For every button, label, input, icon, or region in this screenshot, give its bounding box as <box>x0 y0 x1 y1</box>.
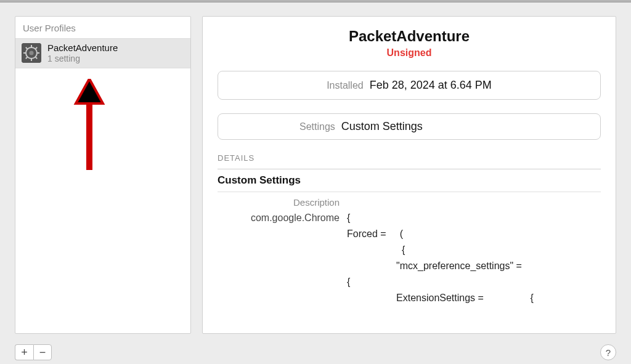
add-remove-buttons: + − <box>15 344 52 360</box>
profile-signed-status: Unsigned <box>218 47 601 59</box>
code-line-2: Forced = ( <box>347 229 601 240</box>
svg-point-2 <box>30 51 34 55</box>
details-header: DETAILS <box>218 153 601 163</box>
installed-info-box: Installed Feb 28, 2024 at 6.64 PM <box>218 71 601 100</box>
help-button[interactable]: ? <box>600 344 616 360</box>
settings-info-box: Settings Custom Settings <box>218 113 601 140</box>
installed-label: Installed <box>327 80 364 91</box>
remove-button[interactable]: − <box>33 344 52 360</box>
profile-list-item[interactable]: PacketAdventure 1 setting <box>15 38 190 68</box>
code-line-5: { <box>347 277 601 288</box>
code-line-6: ExtensionSettings = { <box>347 293 601 304</box>
domain-key: com.google.Chrome <box>218 212 347 224</box>
code-line-3: { <box>347 245 601 256</box>
profile-text: PacketAdventure 1 setting <box>47 42 118 64</box>
footer-bar: + − ? <box>15 344 616 360</box>
content-container: User Profiles <box>0 2 631 339</box>
description-label: Description <box>218 197 347 208</box>
profile-detail-panel: PacketAdventure Unsigned Installed Feb 2… <box>202 16 616 334</box>
code-line-4: "mcx_preference_settings" = <box>347 261 601 272</box>
add-button[interactable]: + <box>15 344 33 360</box>
sidebar-header: User Profiles <box>15 17 190 38</box>
profile-name: PacketAdventure <box>47 42 118 54</box>
settings-value: Custom Settings <box>341 120 423 133</box>
installed-value: Feb 28, 2024 at 6.64 PM <box>370 79 492 92</box>
settings-label: Settings <box>299 121 335 132</box>
code-line-1: { <box>347 212 601 224</box>
details-title: Custom Settings <box>218 169 601 192</box>
gear-icon <box>22 43 41 63</box>
profile-title: PacketAdventure <box>218 28 601 45</box>
profile-subtitle: 1 setting <box>47 54 118 64</box>
details-box: Custom Settings Description com.google.C… <box>218 169 601 304</box>
profiles-sidebar: User Profiles <box>15 16 191 334</box>
